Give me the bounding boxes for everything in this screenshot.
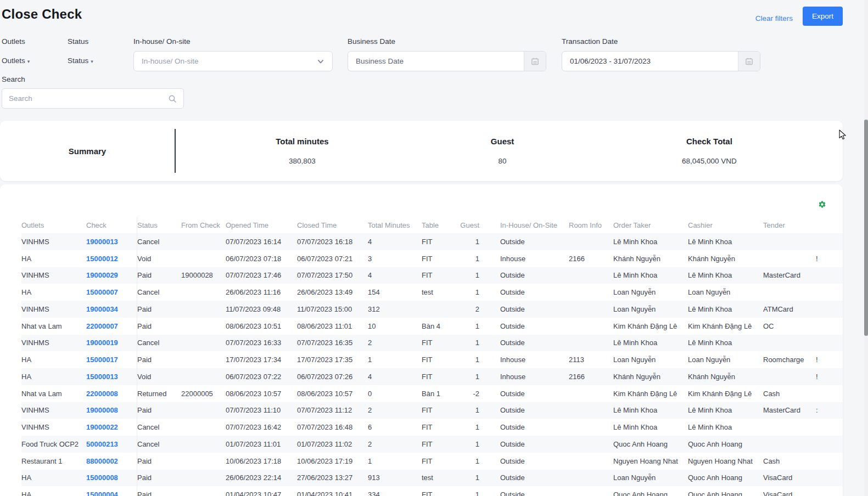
export-button[interactable]: Export [803, 7, 843, 26]
table-cell: 1 [456, 271, 481, 279]
table-cell: FIT [422, 457, 456, 465]
check-link[interactable]: 19000019 [86, 335, 137, 352]
check-link[interactable]: 15000017 [86, 351, 137, 368]
table-cell: 10/06/2023 17:19 [297, 457, 368, 465]
table-cell: 27/06/2023 13:27 [297, 474, 368, 482]
table-cell: Outside [500, 322, 569, 330]
table-cell: 08/06/2023 11:01 [297, 322, 368, 330]
table-cell: 17/07/2023 17:34 [226, 356, 297, 364]
table-cell: Void [137, 373, 181, 381]
table-cell: Khánh Nguyễn [688, 255, 763, 263]
status-dropdown[interactable]: Status▾ [68, 57, 93, 65]
check-link[interactable]: 22000007 [86, 318, 137, 335]
table-cell: Bàn 4 [422, 322, 456, 330]
check-link[interactable]: 15000012 [86, 250, 137, 267]
business-date-placeholder: Business Date [348, 52, 524, 71]
table-cell: Nguyen Hoang Nhat [688, 457, 763, 465]
table-settings-gear-icon[interactable] [818, 200, 826, 208]
check-link[interactable]: 15000013 [86, 368, 137, 385]
table-cell: Outside [500, 238, 569, 246]
calendar-icon[interactable] [738, 52, 760, 71]
table-cell: VINHMS [21, 423, 86, 431]
status-filter-label: Status [68, 37, 88, 46]
table-cell: Bàn 1 [422, 390, 456, 398]
search-label: Search [2, 75, 25, 83]
check-link[interactable]: 15000008 [86, 470, 137, 487]
table-cell: FIT [422, 255, 456, 263]
outlets-dropdown[interactable]: Outlets▾ [2, 57, 30, 65]
table-cell: 07/07/2023 16:35 [297, 339, 368, 347]
table-cell: Paid [137, 474, 181, 482]
search-icon[interactable] [168, 94, 177, 103]
check-link[interactable]: 15000007 [86, 284, 137, 301]
table-cell: ! [816, 356, 836, 364]
table-cell: 08/06/2023 10:57 [226, 390, 297, 398]
table-cell: Loan Nguyễn [613, 356, 688, 364]
table-cell: HA [21, 288, 86, 296]
table-cell: FIT [422, 406, 456, 414]
table-cell: 26/06/2023 11:16 [226, 288, 297, 296]
table-cell: Paid [137, 322, 181, 330]
search-input[interactable] [9, 94, 168, 103]
transaction-date-input[interactable]: 01/06/2023 - 31/07/2023 [562, 51, 760, 71]
check-link[interactable]: 19000013 [86, 233, 137, 250]
table-cell: Outside [500, 305, 569, 313]
metric-value: 80 [499, 157, 507, 165]
metric-label: Total minutes [276, 137, 328, 146]
table-cell: 4 [368, 271, 422, 279]
window-scrollbar-thumb[interactable] [864, 120, 868, 336]
transaction-date-filter-label: Transaction Date [562, 37, 618, 46]
table-cell: 4 [368, 373, 422, 381]
table-cell: HA [21, 356, 86, 364]
check-link[interactable]: 19000034 [86, 301, 137, 318]
table-cell: FIT [422, 491, 456, 496]
table-cell: Loan Nguyễn [688, 288, 763, 296]
calendar-icon[interactable] [524, 52, 546, 71]
table-cell: Lê Minh Khoa [613, 271, 688, 279]
table-cell: 06/07/2023 07:22 [226, 373, 297, 381]
table-cell: Outside [500, 288, 569, 296]
check-link[interactable]: 88000002 [86, 453, 137, 470]
clear-filters-link[interactable]: Clear filters [755, 14, 793, 22]
table-row: HA15000013Void06/07/2023 07:2206/07/2023… [21, 368, 843, 385]
table-row: VINHMS19000022Cancel07/07/2023 16:4207/0… [21, 419, 843, 436]
table-cell: OC [763, 322, 816, 330]
window-scrollbar-track[interactable] [864, 0, 868, 496]
table-row: VINHMS19000019Cancel07/07/2023 16:3307/0… [21, 335, 843, 352]
table-cell: 07/07/2023 16:14 [226, 238, 297, 246]
table-cell: 01/07/2023 11:01 [226, 440, 297, 448]
table-cell: Outside [500, 423, 569, 431]
check-link[interactable]: 19000008 [86, 402, 137, 419]
table-cell: 06/07/2023 07:26 [297, 373, 368, 381]
table-cell: 1 [456, 423, 481, 431]
table-cell: Khánh Nguyễn [688, 373, 763, 381]
table-cell: Paid [137, 406, 181, 414]
check-link[interactable]: 50000213 [86, 436, 137, 453]
check-link[interactable]: 19000022 [86, 419, 137, 436]
table-cell: Lê Minh Khoa [688, 271, 763, 279]
table-cell: Cancel [137, 440, 181, 448]
business-date-input[interactable]: Business Date [348, 51, 546, 71]
caret-down-icon: ▾ [27, 59, 30, 64]
table-cell: : [816, 406, 836, 414]
table-cell: Inhouse [500, 356, 569, 364]
metric-label: Guest [491, 137, 514, 146]
check-link[interactable]: 22000008 [86, 385, 137, 402]
table-cell: Lê Minh Khoa [613, 238, 688, 246]
metric-label: Check Total [686, 137, 732, 146]
check-link[interactable]: 19000029 [86, 267, 137, 284]
table-cell: 312 [368, 305, 422, 313]
table-row: Nhat va Lam22000008Returned2200000508/06… [21, 385, 843, 402]
table-cell: Quoc Anh Hoang [688, 440, 763, 448]
table-cell: 6 [368, 423, 422, 431]
table-cell: FIT [422, 440, 456, 448]
table-cell: Loan Nguyễn [688, 356, 763, 364]
inhouse-select[interactable]: In-house/ On-site [133, 51, 333, 71]
table-cell: 1 [456, 322, 481, 330]
table-cell: 1 [456, 440, 481, 448]
check-link[interactable]: 15000004 [86, 486, 137, 496]
table-cell: Lê Minh Khoa [688, 339, 763, 347]
table-cell: 07/07/2023 16:33 [226, 339, 297, 347]
table-cell: 2 [456, 305, 481, 313]
inhouse-filter-label: In-house/ On-site [133, 37, 191, 46]
